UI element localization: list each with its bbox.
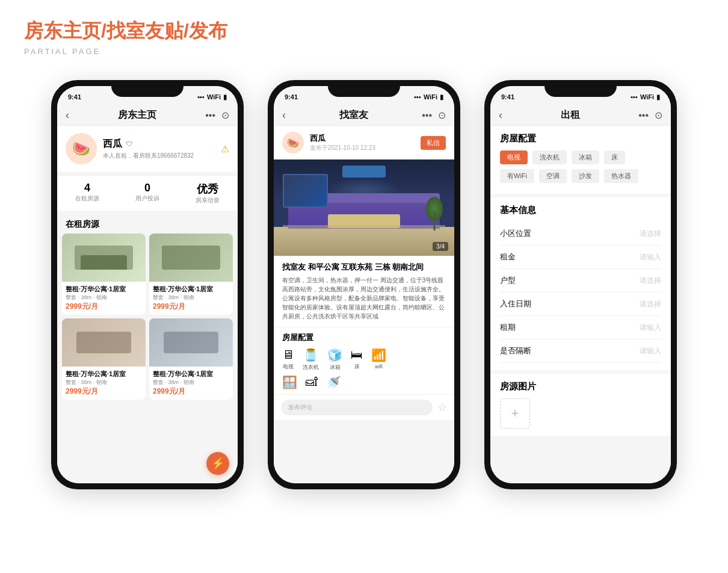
label-rent: 租金 (500, 252, 516, 262)
amenity-fridge: 🧊 冰箱 (327, 348, 342, 371)
amenities-section: 房屋配置 🖥 电视 🫙 洗衣机 🧊 冰箱 (274, 327, 454, 394)
status-icons-3: ▪▪▪ WiFi ▮ (631, 93, 660, 101)
add-photo-button[interactable]: + (500, 398, 530, 429)
form-row-rent[interactable]: 租金 请输入 (500, 246, 661, 269)
more-icon-2[interactable]: ••• (422, 110, 432, 121)
stat-label-0: 在租房源 (75, 194, 99, 203)
phone1-screen: 9:41 ▪▪▪ WiFi ▮ ‹ 房东主页 ••• ⊙ (57, 86, 238, 483)
target-icon-2[interactable]: ⊙ (438, 110, 446, 121)
plant-stem (434, 211, 436, 231)
form-row-checkin[interactable]: 入住日期 请选择 (500, 293, 661, 316)
amenity-washer: 🫙 洗衣机 (303, 348, 319, 371)
listing-text: 找室友 和平公寓 互联东苑 三栋 朝南北间 有空调，卫生间，热水器，押一付一 周… (274, 256, 454, 327)
status-time-3: 9:41 (501, 93, 514, 101)
stat-rating: 优秀 房东信誉 (196, 182, 220, 205)
poster-avatar: 🍉 (282, 132, 304, 153)
back-icon-2[interactable]: ‹ (282, 109, 286, 122)
form-row-lease[interactable]: 租期 请输入 (500, 316, 661, 339)
comment-input[interactable]: 发布评论 (281, 400, 433, 415)
nav-icons-2: ••• ⊙ (422, 110, 446, 121)
window (283, 174, 328, 208)
value-lease: 请输入 (640, 323, 661, 333)
card-img-1 (149, 234, 233, 282)
tag-tv[interactable]: 电视 (500, 150, 528, 164)
tag-fridge[interactable]: 冰箱 (572, 150, 599, 164)
phone-notch-3 (544, 80, 617, 97)
form-row-partition[interactable]: 是否隔断 请输入 (500, 339, 661, 363)
amenity-label-3: 床 (354, 363, 360, 371)
tag-sofa[interactable]: 沙发 (572, 169, 599, 183)
fridge-icon: 🧊 (327, 348, 342, 362)
rentals-section-title: 在租房源 (57, 214, 238, 234)
amenity-window: 🪟 (282, 375, 297, 389)
card-body-3: 整租·万华公寓·1居室 整套 · 38m · 朝南 2999元/月 (149, 367, 233, 400)
sofa-icon: 🛋 (306, 375, 318, 389)
name-row: 西瓜 🛡 (103, 138, 215, 150)
nav-bar-3: ‹ 出租 ••• ⊙ (490, 105, 671, 126)
phone3-screen: 9:41 ▪▪▪ WiFi ▮ ‹ 出租 ••• ⊙ 房 (490, 86, 671, 483)
message-button[interactable]: 私信 (421, 136, 446, 150)
battery-icon-1: ▮ (223, 93, 227, 101)
profile-section: 🍉 西瓜 🛡 本人直租，看房联系18666672832 ⚠ (57, 126, 238, 172)
status-time-2: 9:41 (285, 93, 298, 101)
amenities-grid: 🖥 电视 🫙 洗衣机 🧊 冰箱 🛏 床 (282, 348, 446, 371)
more-icon-1[interactable]: ••• (205, 110, 215, 121)
tag-wifi[interactable]: 有WiFi (500, 169, 534, 183)
plant (424, 197, 445, 231)
back-icon-3[interactable]: ‹ (499, 109, 502, 122)
room-illustration (274, 160, 454, 256)
label-layout: 户型 (500, 275, 516, 286)
rental-card-2[interactable]: 整租·万华公寓·1居室 整套 · 38m · 朝南 2999元/月 (62, 318, 146, 400)
page-subtitle: PARTIAL PAGE (24, 47, 704, 56)
form-row-location[interactable]: 小区位置 请选择 (500, 222, 661, 246)
phones-container: 9:41 ▪▪▪ WiFi ▮ ‹ 房东主页 ••• ⊙ (24, 80, 704, 489)
rentals-grid: 整租·万华公寓·1居室 整套 · 38m · 朝南 2999元/月 整租·万华公… (57, 234, 238, 400)
stat-num-0: 4 (75, 182, 99, 194)
target-icon-3[interactable]: ⊙ (655, 110, 662, 121)
rental-card-1[interactable]: 整租·万华公寓·1居室 整套 · 38m · 朝南 2999元/月 (149, 234, 233, 315)
rental-card-3[interactable]: 整租·万华公寓·1居室 整套 · 38m · 朝南 2999元/月 (149, 318, 233, 400)
stat-num-2: 优秀 (196, 182, 220, 196)
poster-name: 西瓜 (310, 133, 415, 144)
card-price-2: 2999元/月 (66, 386, 142, 397)
amenities-title: 房屋配置 (282, 332, 446, 343)
card-sub-2: 整套 · 38m · 朝南 (66, 379, 142, 386)
wifi-amenity-icon: 📶 (371, 348, 386, 362)
tag-heater[interactable]: 热水器 (604, 169, 638, 183)
card-title-2: 整租·万华公寓·1居室 (66, 370, 142, 379)
wifi-icon-1: WiFi (207, 93, 221, 101)
battery-icon-3: ▮ (656, 93, 660, 101)
signal-icon-1: ▪▪▪ (197, 93, 205, 101)
basic-info-title: 基本信息 (500, 205, 661, 216)
tv-icon: 🖥 (282, 348, 294, 362)
tag-bed[interactable]: 床 (604, 150, 625, 164)
profile-name: 西瓜 (103, 138, 122, 150)
washer-icon: 🫙 (303, 348, 318, 362)
warning-icon: ⚠ (221, 143, 229, 155)
card-body-2: 整租·万华公寓·1居室 整套 · 38m · 朝南 2999元/月 (62, 367, 146, 400)
stat-label-1: 用户投诉 (135, 194, 159, 203)
page-header: 房东主页/找室友贴/发布 PARTIAL PAGE (24, 18, 704, 56)
listing-image: 3/4 (274, 160, 454, 256)
photos-section: 房源图片 + (490, 374, 671, 436)
fab-button[interactable]: ⚡ (206, 452, 229, 475)
nav-title-1: 房东主页 (118, 109, 156, 122)
back-icon-1[interactable]: ‹ (66, 109, 69, 122)
rental-card-0[interactable]: 整租·万华公寓·1居室 整套 · 38m · 朝南 2999元/月 (62, 234, 146, 315)
tag-washer[interactable]: 洗衣机 (532, 150, 567, 164)
post-date: 发布于2021-10-10 12:23 (310, 144, 415, 152)
card-price-1: 2999元/月 (153, 302, 229, 312)
phone2-screen: 9:41 ▪▪▪ WiFi ▮ ‹ 找室友 ••• ⊙ (274, 86, 454, 483)
target-icon-1[interactable]: ⊙ (221, 110, 229, 121)
tag-ac[interactable]: 空调 (539, 169, 567, 183)
phone2-content: 🍉 西瓜 发布于2021-10-10 12:23 私信 (274, 126, 454, 483)
nav-title-3: 出租 (561, 109, 580, 122)
form-row-layout[interactable]: 户型 请选择 (500, 269, 661, 293)
signal-icon-3: ▪▪▪ (631, 93, 638, 101)
basic-info-section: 基本信息 小区位置 请选择 租金 请输入 户型 请选择 入住日期 (490, 197, 671, 370)
star-icon[interactable]: ☆ (437, 401, 447, 414)
add-icon: + (511, 406, 519, 421)
more-icon-3[interactable]: ••• (638, 110, 649, 121)
phone-notch-2 (328, 80, 400, 97)
photos-title: 房源图片 (500, 381, 661, 392)
